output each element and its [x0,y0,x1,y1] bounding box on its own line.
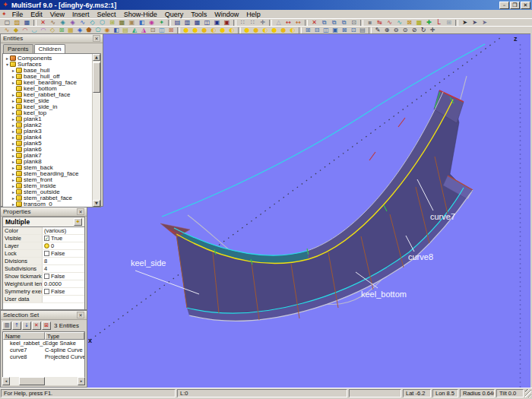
insert-csurf-icon[interactable]: ▦ [66,27,75,34]
column-header-name[interactable]: Name [3,332,45,340]
property-value[interactable]: False [43,288,84,295]
selection-row-keel_rabbet_out[interactable]: keel_rabbet_outEdge Snake [3,340,84,347]
property-row-visible[interactable]: Visible✓True [3,235,84,242]
insert-offset-icon[interactable]: ▤ [121,27,130,34]
blank-tool-icon[interactable]: ▪ [365,19,375,27]
paste-icon[interactable]: ⧉ [329,19,339,27]
selection-row-curve7[interactable]: curve7C-spline Curve [3,347,84,353]
property-row-lock[interactable]: LockFalse [3,250,84,258]
zoom-box-icon[interactable]: ⊡ [349,19,359,27]
tab-children[interactable]: Children [34,44,66,53]
copy-view-icon[interactable]: ⊞ [303,27,312,34]
tree-item-plank1[interactable]: ▸plank1 [3,116,100,122]
tree-expander-icon[interactable]: ▸ [11,122,16,128]
zoom-window-icon[interactable]: ⊙ [401,27,410,34]
label-toggle-icon[interactable]: L [434,19,444,27]
3d-viewport[interactable]: keel_side curve7 curve8 keel_bottom z x [87,33,530,388]
property-value[interactable]: 4 [43,265,84,272]
insert-bsurf-icon[interactable]: ⊞ [57,27,66,34]
show-parents-bulb-icon[interactable]: ● [191,27,200,34]
select-arrow-icon[interactable]: ➤ [460,19,470,27]
insert-arc-icon[interactable]: ◠ [21,27,30,34]
grid-snap-icon[interactable]: ∷ [238,19,248,27]
save-icon[interactable]: ▦ [22,19,32,27]
entities-panel-titlebar[interactable]: Entities ✕ [1,34,103,43]
move-down-icon[interactable]: ↓ [22,321,31,330]
property-row-symmetry-exempt[interactable]: Symmetry exemptFalse [3,288,84,296]
tree-expander-icon[interactable]: ▸ [11,141,16,146]
property-row-subdivisions[interactable]: Subdivisions4 [3,265,84,273]
delete-entity-icon[interactable]: ✕ [38,19,48,27]
minimize-icon[interactable]: – [499,2,509,9]
zoom-fit-icon[interactable]: ⊘ [410,27,419,34]
close-view-icon[interactable]: ⊠ [340,27,349,34]
view-multi-icon[interactable]: ▣ [212,19,222,27]
insert-frame-icon[interactable]: ◫ [157,27,166,34]
pointer-mode-icon[interactable]: ✎ [373,27,382,34]
property-value[interactable]: ✓True [43,235,84,242]
new-file-icon[interactable]: ▢ [2,19,12,27]
property-value[interactable]: 8 [43,258,84,264]
selection-hscrollbar[interactable]: ◂ ▸ [2,377,85,385]
tree-expander-icon[interactable]: ▸ [11,92,16,97]
tree-expander-icon[interactable]: ▸ [11,153,16,158]
menu-tools[interactable]: Tools [187,11,211,18]
insert-trimesh-icon[interactable]: ◭ [130,27,139,34]
clear-set-icon[interactable]: ⊠ [42,321,51,330]
show-named-bulb-icon[interactable]: ● [252,27,261,34]
clone-view-icon[interactable]: ⊟ [312,27,321,34]
export-image-icon[interactable]: ⊡ [349,27,358,34]
select-poly-icon[interactable]: ➤ [480,19,489,27]
tree-expander-icon[interactable]: ▸ [11,74,16,79]
tree-expander-icon[interactable]: ▸ [11,104,16,109]
contour-tool-icon[interactable]: ◉ [147,19,157,27]
hide-selected-bulb-icon[interactable]: ◐ [261,27,270,34]
grid-display-icon[interactable]: ⊞ [444,19,454,27]
show-points-bulb-icon[interactable]: ◐ [288,27,297,34]
scroll-up-icon[interactable]: ▲ [93,54,100,61]
copy-icon[interactable]: ⧉ [319,19,329,27]
trim-icon[interactable]: ⊠ [404,19,414,27]
snake-tool-icon[interactable]: ◇ [87,19,97,27]
property-value[interactable]: 0 [43,242,84,249]
zoom-out-icon[interactable]: ⊖ [391,27,401,34]
tree-item-keel_side_in[interactable]: ▸keel_side_in [3,103,100,109]
properties-filter-icon[interactable]: ✦ [74,218,82,226]
checkbox-icon[interactable] [44,289,49,294]
view-side-icon[interactable]: ▥ [182,19,192,27]
tree-expander-icon[interactable]: ▸ [11,171,16,176]
property-row-user-data[interactable]: User data [3,296,84,303]
insert-foilsurf-icon[interactable]: ◈ [75,27,84,34]
digitize-icon[interactable]: ↹ [375,19,385,27]
show-selected-bulb-icon[interactable]: ● [242,27,252,34]
insert-knotlist-icon[interactable]: ⊡ [148,27,157,34]
tree-item-keel_rabbet_face[interactable]: ▸keel_rabbet_face [3,91,100,97]
tree-expander-icon[interactable]: ▸ [11,135,16,140]
close-icon[interactable]: ✕ [77,208,84,215]
tree-expander-icon[interactable]: ▸ [11,189,16,195]
tree-expander-icon[interactable]: ▸ [11,110,16,116]
red-curve-icon[interactable]: ∿ [385,19,394,27]
rotate-view-icon[interactable]: ↻ [419,27,428,34]
insert-blend-icon[interactable]: ◉ [103,27,112,34]
point-tool-icon[interactable]: ∿ [48,19,58,27]
menu-insert[interactable]: Insert [68,11,93,18]
bead-tool-icon[interactable]: ◈ [58,19,68,27]
property-row-color[interactable]: Color(various) [3,227,84,235]
align-icon[interactable]: ✛ [258,19,268,27]
solid-tool-icon[interactable]: ▦ [117,19,127,27]
insert-ccurve-icon[interactable]: ◠ [39,27,48,34]
insert-point-icon[interactable]: ∿ [2,27,11,34]
offset-distance-icon[interactable]: ↔ [293,19,303,27]
insert-ruled-icon[interactable]: ◧ [112,27,121,34]
close-icon[interactable]: ✕ [521,2,530,9]
property-value[interactable]: 0.0000 [43,280,84,287]
insert-foil-icon[interactable]: ◇ [48,27,57,34]
tree-expander-icon[interactable]: ▸ [11,68,16,73]
tree-item-plank2[interactable]: ▸plank2 [3,122,100,128]
tree-expander-icon[interactable]: ▸ [11,183,16,188]
property-value[interactable] [43,296,84,302]
scrollbar-thumb[interactable] [93,62,100,93]
tree-item-transom_0[interactable]: ▸transom_0 [3,201,100,207]
checkbox-icon[interactable] [44,274,49,279]
